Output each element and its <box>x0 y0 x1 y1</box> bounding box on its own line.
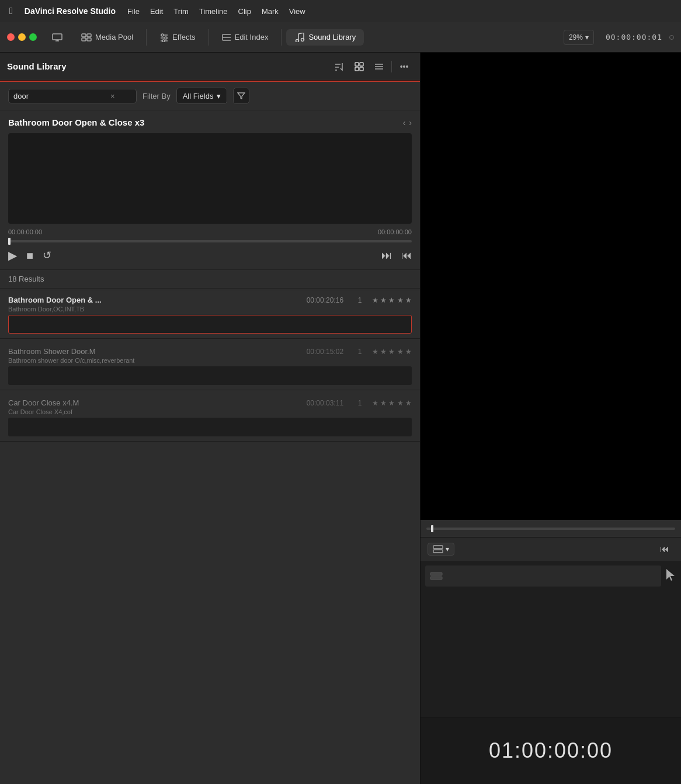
edit-index-button[interactable]: Edit Index <box>214 29 277 46</box>
svg-point-18 <box>301 38 304 41</box>
tc-left: ▾ <box>428 543 454 556</box>
timecode-section: 01:00:00:00 <box>421 717 681 784</box>
result-duration-2: 00:00:03:11 <box>307 399 353 407</box>
svg-rect-30 <box>433 550 443 553</box>
result-stars-1: ★ ★ ★ ★ ★ <box>372 348 412 356</box>
zoom-value: 29% <box>569 33 583 41</box>
svg-rect-29 <box>433 546 443 549</box>
svg-point-8 <box>161 34 164 36</box>
svg-rect-6 <box>87 38 91 41</box>
skip-prev-button[interactable]: ⏮ <box>401 249 412 262</box>
cursor-icon[interactable] <box>665 568 676 585</box>
play-button[interactable]: ▶ <box>8 248 17 262</box>
result-top-0: Bathroom Door Open & ... 00:00:20:16 1 ★… <box>8 296 412 304</box>
ph-divider <box>391 61 392 72</box>
clip-view-chevron[interactable]: ▾ <box>446 545 449 553</box>
progress-bar[interactable] <box>8 240 412 242</box>
more-options-btn[interactable]: ••• <box>395 59 413 74</box>
svg-rect-4 <box>82 38 86 41</box>
preview-section: Bathroom Door Open & Close x3 ‹ › 00:00:… <box>0 110 420 270</box>
nav-left-btn[interactable]: ‹ <box>403 118 406 127</box>
search-clear-btn[interactable]: × <box>110 92 115 100</box>
filter-select[interactable]: All Fields ▾ <box>176 88 228 104</box>
result-stars-2: ★ ★ ★ ★ ★ <box>372 399 412 407</box>
result-desc-2: Car Door Close X4,cof <box>8 408 412 415</box>
result-ch-1: 1 <box>358 348 367 356</box>
result-top-1: Bathroom Shower Door.M 00:00:15:02 1 ★ ★… <box>8 347 412 356</box>
effects-button[interactable]: Effects <box>151 29 204 46</box>
zoom-control[interactable]: 29% ▾ <box>564 30 594 45</box>
sort-btn[interactable] <box>331 59 348 74</box>
menubar:  DaVinci Resolve Studio File Edit Trim … <box>0 0 681 22</box>
playback-controls: ▶ ■ ↺ ⏭ ⏮ <box>8 248 412 262</box>
display-button[interactable] <box>44 30 71 45</box>
close-button[interactable] <box>7 33 15 41</box>
svg-rect-3 <box>82 34 86 37</box>
skip-next-button[interactable]: ⏭ <box>381 249 392 262</box>
result-waveform-0 <box>8 315 412 334</box>
video-preview <box>421 53 681 520</box>
panel-header: Sound Library <box>0 53 420 81</box>
sound-library-button[interactable]: Sound Library <box>286 29 364 46</box>
search-input[interactable] <box>13 92 107 100</box>
filter-funnel-btn[interactable] <box>233 88 249 104</box>
result-desc-1: Bathroom shower door O/c,misc,reverberan… <box>8 357 412 364</box>
menu-trim[interactable]: Trim <box>173 7 189 16</box>
panel-title: Sound Library <box>7 61 326 71</box>
minimize-button[interactable] <box>18 33 26 41</box>
svg-rect-23 <box>360 63 363 66</box>
clip-view-btn[interactable]: ▾ <box>428 543 454 556</box>
svg-point-12 <box>162 40 165 42</box>
result-name-0: Bathroom Door Open & ... <box>8 296 302 304</box>
toolbar: Media Pool Effects Edit Index Soun <box>0 22 681 53</box>
result-desc-0: Bathroom Door,OC,INT,TB <box>8 306 412 313</box>
time-start: 00:00:00:00 <box>8 228 42 235</box>
menu-view[interactable]: View <box>289 7 305 16</box>
search-input-wrap[interactable]: × <box>8 89 137 103</box>
preview-title-row: Bathroom Door Open & Close x3 ‹ › <box>8 117 412 127</box>
menu-file[interactable]: File <box>127 7 140 16</box>
timecode-dot <box>669 35 674 40</box>
zoom-chevron[interactable]: ▾ <box>585 33 589 41</box>
track-area <box>421 561 681 717</box>
menu-items: File Edit Trim Timeline Clip Mark View <box>127 7 305 16</box>
toolbar-sep-1 <box>146 29 147 46</box>
nav-right-btn[interactable]: › <box>409 118 412 127</box>
results-section: 18 Results Bathroom Door Open & ... 00:0… <box>0 270 420 784</box>
scrubber-thumb <box>431 525 433 532</box>
effects-label: Effects <box>172 33 196 41</box>
skip-to-start[interactable]: ⏮ <box>655 542 674 556</box>
svg-rect-24 <box>355 67 359 71</box>
menu-timeline[interactable]: Timeline <box>199 7 228 16</box>
tc-right: ⏮ <box>655 542 674 556</box>
result-waveform-1 <box>8 366 412 385</box>
svg-rect-25 <box>360 67 363 71</box>
maximize-button[interactable] <box>29 33 37 41</box>
sound-library-label: Sound Library <box>308 33 356 41</box>
result-top-2: Car Door Close x4.M 00:00:03:11 1 ★ ★ ★ … <box>8 398 412 407</box>
list-view-btn[interactable] <box>370 59 388 74</box>
media-pool-button[interactable]: Media Pool <box>73 29 141 45</box>
filter-value: All Fields <box>183 92 214 100</box>
menu-clip[interactable]: Clip <box>238 7 251 16</box>
waveform-display <box>8 133 412 224</box>
scrubber-bar[interactable] <box>426 528 675 530</box>
result-duration-0: 00:00:20:16 <box>307 296 353 304</box>
time-end: 00:00:00:00 <box>378 228 412 235</box>
filter-label: Filter By <box>143 92 171 100</box>
menu-mark[interactable]: Mark <box>262 7 279 16</box>
result-item-0[interactable]: Bathroom Door Open & ... 00:00:20:16 1 ★… <box>0 291 420 339</box>
result-stars-0: ★ ★ ★ ★ ★ <box>372 296 412 304</box>
results-list: Bathroom Door Open & ... 00:00:20:16 1 ★… <box>0 289 420 784</box>
timeline-controls: ▾ ⏮ <box>421 537 681 561</box>
stop-button[interactable]: ■ <box>26 249 33 262</box>
loop-button[interactable]: ↺ <box>43 249 51 262</box>
result-name-1: Bathroom Shower Door.M <box>8 347 302 356</box>
panel-header-actions: ••• <box>331 59 413 74</box>
result-item-1[interactable]: Bathroom Shower Door.M 00:00:15:02 1 ★ ★… <box>0 342 420 390</box>
sound-library-panel: Sound Library <box>0 53 421 784</box>
menu-edit[interactable]: Edit <box>150 7 163 16</box>
result-item-2[interactable]: Car Door Close x4.M 00:00:03:11 1 ★ ★ ★ … <box>0 394 420 442</box>
grid-view-btn[interactable] <box>350 59 368 74</box>
results-count: 18 Results <box>0 270 420 289</box>
